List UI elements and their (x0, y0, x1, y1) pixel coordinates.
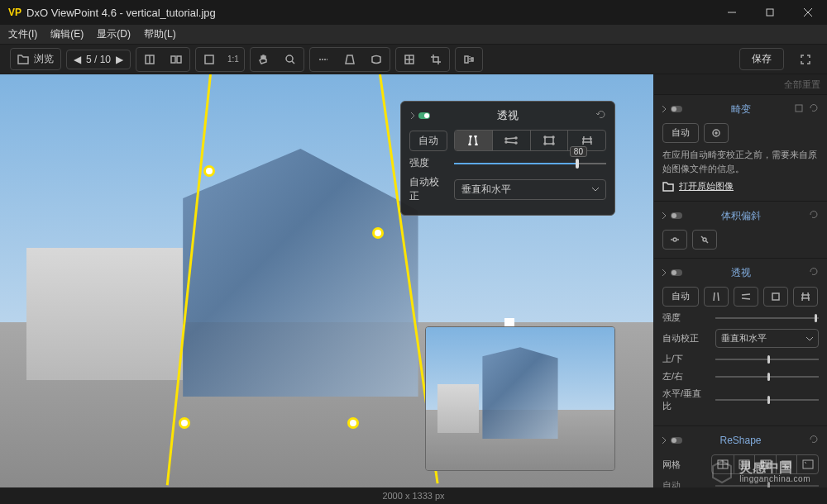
window-title: DxO ViewPoint 4.6 - vertical_tutorial.jp… (26, 7, 713, 19)
menubar: 文件(I) 编辑(E) 显示(D) 帮助(L) (0, 25, 827, 45)
statusbar: 2000 x 1333 px (0, 487, 827, 504)
strength-slider[interactable]: 80 (454, 163, 606, 164)
menu-display[interactable]: 显示(D) (97, 27, 131, 41)
titlebar: VP DxO ViewPoint 4.6 - vertical_tutorial… (0, 0, 827, 25)
magnify-tool-icon[interactable] (279, 50, 302, 69)
panel-title: 畸变 (731, 102, 751, 116)
volume-diagonal-icon[interactable] (692, 230, 717, 250)
panel-toggle[interactable] (661, 269, 682, 276)
grid-dense-icon[interactable] (776, 455, 797, 473)
svg-rect-40 (796, 105, 802, 112)
mode-rectangle-icon[interactable] (763, 287, 788, 307)
horizon-tool-icon[interactable] (312, 50, 335, 69)
save-button[interactable]: 保存 (739, 48, 784, 70)
reset-icon[interactable] (809, 435, 819, 447)
reset-all-link[interactable]: 全部重置 (784, 78, 820, 91)
svg-line-48 (706, 241, 708, 243)
grid-custom-icon[interactable] (796, 455, 818, 473)
compare-split-icon[interactable] (165, 50, 188, 69)
sidebar-header: 全部重置 (654, 74, 827, 94)
menu-file[interactable]: 文件(I) (8, 27, 37, 41)
mode-vertical-icon[interactable] (704, 287, 729, 307)
app-logo: VP (8, 7, 22, 18)
autocorrect-select[interactable]: 垂直和水平 (715, 329, 819, 348)
autocorrect-label: 自动校正 (409, 175, 447, 203)
svg-point-46 (703, 238, 706, 241)
pager-next[interactable]: ▶ (116, 54, 123, 65)
image-canvas[interactable]: 透视 自动 强度 80 自 (0, 74, 653, 487)
svg-line-47 (701, 236, 703, 238)
navigate-tool-group (250, 47, 304, 72)
updown-slider[interactable] (715, 359, 819, 360)
svg-point-42 (715, 132, 717, 134)
zoom-1-1[interactable]: 1:1 (224, 55, 242, 64)
floating-panel-title: 透视 (497, 108, 519, 123)
fullscreen-icon[interactable] (794, 50, 817, 69)
reset-icon[interactable] (809, 210, 819, 222)
ratio-slider[interactable] (715, 399, 819, 401)
menu-edit[interactable]: 编辑(E) (50, 27, 84, 41)
svg-rect-8 (205, 55, 213, 64)
info-icon[interactable] (794, 103, 804, 116)
strength-slider[interactable] (715, 317, 819, 319)
reset-icon[interactable] (809, 103, 819, 116)
grid-2x2-icon[interactable] (712, 455, 734, 473)
panel-toggle[interactable] (661, 437, 682, 444)
maximize-button[interactable] (751, 0, 789, 25)
panel-toggle[interactable] (661, 106, 682, 112)
minimize-button[interactable] (713, 0, 751, 25)
grid-4x4-icon[interactable] (754, 455, 776, 473)
mode-horizontal-icon[interactable] (734, 287, 758, 307)
svg-line-51 (742, 294, 750, 295)
window-controls (713, 0, 827, 25)
autocorrect-select[interactable]: 垂直和水平 (454, 179, 606, 200)
panel-distortion: 畸变 自动 在应用自动畸变校正之前，需要来自原始图像文件的信息。 打开原始图像 (654, 94, 827, 201)
svg-point-41 (713, 130, 719, 136)
ratio-label: 水平/垂直比 (662, 388, 709, 412)
mirror-tool-icon[interactable] (457, 50, 480, 69)
crop-tool-icon[interactable] (424, 50, 447, 69)
floating-auto-button[interactable]: 自动 (409, 131, 447, 151)
panel-reshape: ReShape 网格 自动 旋转 (654, 426, 827, 487)
svg-rect-6 (171, 56, 175, 63)
perspective-auto-button[interactable]: 自动 (662, 287, 699, 307)
compare-single-icon[interactable] (138, 50, 161, 69)
zoom-tool-group: 1:1 (195, 47, 245, 72)
reset-icon[interactable] (596, 110, 606, 122)
mode-rectangle-icon[interactable] (530, 131, 568, 150)
panel-collapse-icon[interactable] (409, 112, 430, 119)
svg-rect-53 (772, 293, 779, 300)
svg-line-24 (506, 138, 516, 139)
distortion-info-text: 在应用自动畸变校正之前，需要来自原始图像文件的信息。 (662, 148, 819, 175)
open-original-link[interactable]: 打开原始图像 (662, 180, 819, 193)
browse-button[interactable]: 浏览 (10, 48, 61, 70)
grid-tool-icon[interactable] (398, 50, 421, 69)
menu-help[interactable]: 帮助(L) (144, 27, 176, 41)
mode-8point-icon[interactable] (793, 287, 818, 307)
grid-3x3-icon[interactable] (734, 455, 755, 473)
autocorrect-label: 自动校正 (662, 332, 709, 345)
svg-line-10 (292, 61, 294, 64)
zoom-fit-icon[interactable] (198, 50, 221, 69)
svg-line-55 (808, 292, 809, 301)
reshape-tool-icon[interactable] (365, 50, 388, 69)
svg-line-49 (714, 292, 715, 301)
svg-rect-30 (545, 137, 553, 144)
distortion-auto-button[interactable]: 自动 (662, 123, 699, 143)
toolbar: 浏览 ◀ 5 / 10 ▶ 1:1 保存 (0, 45, 827, 74)
volume-horizontal-icon[interactable] (662, 230, 687, 250)
reshape-auto-slider[interactable] (715, 485, 819, 487)
close-button[interactable] (789, 0, 827, 25)
hand-tool-icon[interactable] (252, 50, 275, 69)
panel-toggle[interactable] (661, 212, 682, 219)
mode-horizontal-icon[interactable] (492, 131, 530, 150)
leftright-slider[interactable] (715, 376, 819, 378)
pager-prev[interactable]: ◀ (74, 54, 81, 65)
perspective-tool-icon[interactable] (338, 50, 361, 69)
reset-icon[interactable] (809, 267, 819, 279)
distortion-manual-icon[interactable] (704, 123, 729, 143)
panel-volume: 体积偏斜 (654, 201, 827, 258)
mode-vertical-icon[interactable] (455, 131, 492, 150)
svg-rect-1 (767, 9, 773, 16)
crop-tool-group (395, 47, 450, 72)
